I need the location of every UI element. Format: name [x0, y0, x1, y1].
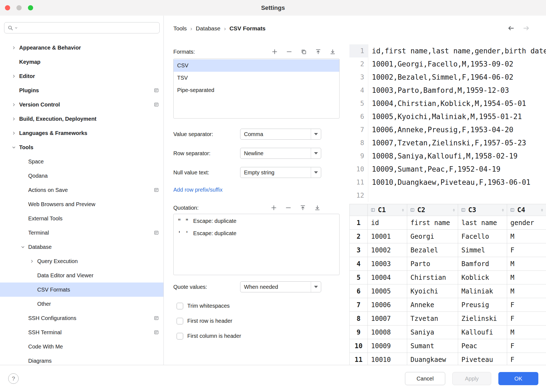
editor-line[interactable]: 910008,Saniya,Kalloufi,M,1958-02-19: [349, 149, 546, 163]
sidebar-item-build-execution-deployment[interactable]: Build, Execution, Deployment: [0, 112, 163, 126]
add-quotation-button plus-icon[interactable]: [271, 205, 277, 211]
null-value-text-select[interactable]: Empty string: [240, 167, 321, 178]
editor-line[interactable]: 1id,first name,last name,gender,birth da…: [349, 44, 546, 57]
table-cell[interactable]: Sumant: [407, 339, 458, 353]
table-cell[interactable]: M: [507, 271, 546, 284]
row-number[interactable]: 6: [350, 284, 368, 298]
table-cell[interactable]: Preusig: [458, 298, 507, 312]
table-cell[interactable]: Peac: [458, 339, 507, 353]
table-cell[interactable]: F: [507, 312, 546, 325]
table-cell[interactable]: 10010: [368, 353, 407, 365]
sidebar-item-web-browsers-and-preview[interactable]: Web Browsers and Preview: [0, 197, 163, 211]
column-header-c1[interactable]: C1: [368, 204, 407, 216]
import-format-button arrow-down-to-line-icon[interactable]: [330, 49, 336, 55]
search-history-caret-icon[interactable]: [15, 27, 18, 29]
sidebar-item-keymap[interactable]: Keymap: [0, 55, 163, 69]
table-cell[interactable]: Kalloufi: [458, 325, 507, 339]
settings-search-field[interactable]: [4, 22, 160, 33]
sidebar-item-version-control[interactable]: Version Control: [0, 97, 163, 112]
checkbox[interactable]: [177, 318, 183, 324]
editor-line[interactable]: 1110010,Duangkaew,Piveteau,F,1963-06-01: [349, 176, 546, 189]
editor-line[interactable]: 610005,Kyoichi,Maliniak,M,1955-01-21: [349, 110, 546, 123]
sidebar-item-editor[interactable]: Editor: [0, 69, 163, 83]
chevron-down-icon[interactable]: [17, 240, 28, 254]
sidebar-item-external-tools[interactable]: External Tools: [0, 211, 163, 226]
chevron-down-icon[interactable]: [8, 140, 19, 154]
quotation-item[interactable]: " "Escape: duplicate: [174, 215, 339, 227]
move-up-button arrow-up-from-line-icon[interactable]: [300, 205, 306, 211]
duplicate-format-button copy-icon[interactable]: [301, 49, 307, 55]
table-cell[interactable]: M: [507, 230, 546, 243]
row-separator-select[interactable]: Newline: [240, 148, 321, 159]
table-cell[interactable]: 10002: [368, 243, 407, 257]
editor-line[interactable]: 210001,Georgi,Facello,M,1953-09-02: [349, 57, 546, 71]
editor-line[interactable]: 12: [349, 189, 546, 202]
row-number[interactable]: 3: [350, 243, 368, 257]
checkbox[interactable]: [177, 333, 183, 339]
row-number[interactable]: 8: [350, 312, 368, 325]
table-cell[interactable]: Koblick: [458, 271, 507, 284]
table-cell[interactable]: 10003: [368, 257, 407, 271]
row-number[interactable]: 4: [350, 257, 368, 271]
table-cell[interactable]: Bamford: [458, 257, 507, 271]
table-cell[interactable]: M: [507, 257, 546, 271]
row-number[interactable]: 10: [350, 339, 368, 353]
table-cell[interactable]: first name: [407, 216, 458, 230]
table-cell[interactable]: Georgi: [407, 230, 458, 243]
export-format-button arrow-up-from-line-icon[interactable]: [315, 49, 321, 55]
table-cell[interactable]: F: [507, 298, 546, 312]
table-cell[interactable]: Chirstian: [407, 271, 458, 284]
sidebar-item-tools[interactable]: Tools: [0, 140, 163, 154]
editor-line[interactable]: 310002,Bezalel,Simmel,F,1964-06-02: [349, 71, 546, 84]
sort-icon[interactable]: [452, 208, 456, 212]
sort-icon[interactable]: [540, 208, 544, 212]
sidebar-item-diagrams[interactable]: Diagrams: [0, 354, 163, 365]
table-cell[interactable]: 10007: [368, 312, 407, 325]
chevron-down-icon[interactable]: [311, 282, 321, 292]
value-separator-select[interactable]: Comma: [240, 129, 321, 140]
cancel-button[interactable]: Cancel: [405, 372, 445, 385]
help-button[interactable]: ?: [8, 373, 19, 384]
row-number[interactable]: 1: [350, 216, 368, 230]
table-cell[interactable]: gender: [507, 216, 546, 230]
table-cell[interactable]: F: [507, 339, 546, 353]
row-number[interactable]: 7: [350, 298, 368, 312]
checkbox-row-first-column-is-header[interactable]: First column is header: [177, 328, 241, 344]
sidebar-item-database[interactable]: Database: [0, 240, 163, 254]
table-cell[interactable]: Parto: [407, 257, 458, 271]
move-down-button arrow-down-to-line-icon[interactable]: [314, 205, 320, 211]
table-cell[interactable]: Tzvetan: [407, 312, 458, 325]
table-cell[interactable]: Zielinski: [458, 312, 507, 325]
checkbox-row-trim-whitespaces[interactable]: Trim whitespaces: [177, 298, 241, 313]
table-cell[interactable]: id: [368, 216, 407, 230]
add-format-button plus-icon[interactable]: [272, 49, 278, 55]
sidebar-item-query-execution[interactable]: Query Execution: [0, 254, 163, 268]
table-cell[interactable]: Piveteau: [458, 353, 507, 365]
format-item-tsv[interactable]: TSV: [174, 72, 339, 84]
chevron-right-icon[interactable]: [26, 254, 37, 268]
sidebar-item-csv-formats[interactable]: CSV Formats: [0, 283, 163, 297]
sort-icon[interactable]: [401, 208, 405, 212]
table-cell[interactable]: 10005: [368, 284, 407, 298]
chevron-down-icon[interactable]: [311, 167, 321, 178]
table-cell[interactable]: 10001: [368, 230, 407, 243]
sidebar-item-terminal[interactable]: Terminal: [0, 226, 163, 240]
chevron-right-icon[interactable]: [8, 69, 19, 83]
add-row-prefix-suffix-link[interactable]: Add row prefix/suffix: [173, 187, 223, 193]
apply-button[interactable]: Apply: [452, 372, 491, 385]
sidebar-item-plugins[interactable]: Plugins: [0, 83, 163, 97]
sidebar-item-code-with-me[interactable]: Code With Me: [0, 339, 163, 354]
quotation-item[interactable]: ' 'Escape: duplicate: [174, 227, 339, 240]
table-cell[interactable]: Simmel: [458, 243, 507, 257]
chevron-right-icon[interactable]: [8, 112, 19, 126]
editor-line[interactable]: 1010009,Sumant,Peac,F,1952-04-19: [349, 163, 546, 176]
quote-values-select[interactable]: When needed: [240, 281, 321, 292]
search-input[interactable]: [19, 22, 157, 33]
row-number[interactable]: 11: [350, 353, 368, 365]
sidebar-item-data-editor-and-viewer[interactable]: Data Editor and Viewer: [0, 268, 163, 283]
format-item-csv[interactable]: CSV: [174, 59, 339, 72]
table-cell[interactable]: 10006: [368, 298, 407, 312]
chevron-right-icon[interactable]: [8, 126, 19, 140]
table-cell[interactable]: M: [507, 284, 546, 298]
csv-preview-editor[interactable]: 1id,first name,last name,gender,birth da…: [349, 44, 546, 203]
